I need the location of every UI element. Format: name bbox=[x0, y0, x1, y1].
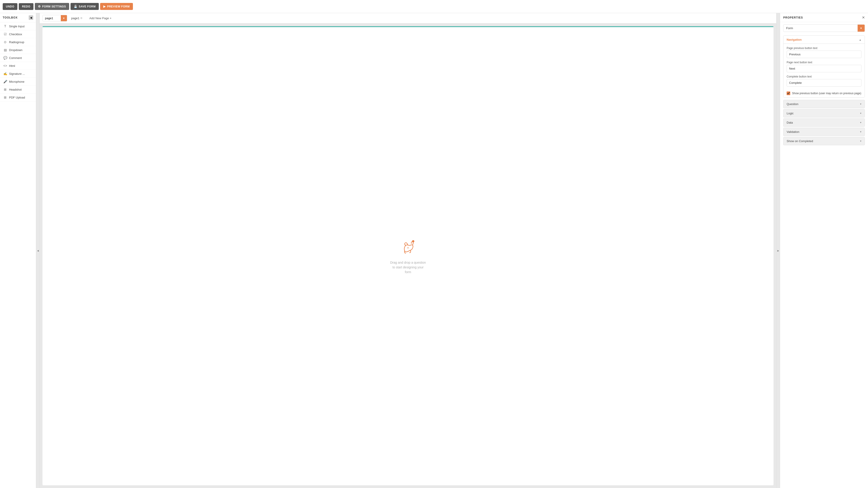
page-previous-label: Page previous button text bbox=[786, 46, 862, 50]
microphone-label: Microphone bbox=[9, 80, 24, 84]
section-question: Question▾ bbox=[783, 100, 865, 108]
section-data-arrow: ▾ bbox=[860, 121, 862, 124]
html-label: Html bbox=[9, 64, 15, 68]
complete-button-input[interactable] bbox=[786, 79, 862, 87]
canvas-empty-text: Drag and drop a questionto start designi… bbox=[390, 260, 426, 274]
navigation-section-body: Page previous button text Page next butt… bbox=[783, 44, 865, 89]
navigation-section-header[interactable]: Navigation ▲ bbox=[783, 36, 865, 44]
checkbox-label: Checkbox bbox=[9, 33, 22, 36]
toolbox-item-dropdown[interactable]: ▤Dropdown bbox=[0, 46, 36, 54]
collapsed-sections: Question▾Logic▾Data▾Validation▾Show on C… bbox=[780, 99, 868, 146]
headshot-label: Headshot bbox=[9, 88, 22, 91]
preview-form-button[interactable]: ▶ PREVIEW FORM bbox=[100, 3, 133, 10]
signature-icon: ✍ bbox=[3, 72, 7, 75]
redo-button[interactable]: REDO bbox=[19, 3, 33, 10]
comment-icon: 💬 bbox=[3, 56, 7, 60]
form-type-dropdown-button[interactable]: ▾ bbox=[858, 25, 865, 32]
form-canvas[interactable]: Drag and drop a questionto start designi… bbox=[42, 26, 774, 485]
page-tab-input[interactable] bbox=[43, 15, 61, 21]
page-tab-label[interactable]: page1 ⚙ bbox=[69, 15, 85, 21]
toolbox-item-html[interactable]: <>Html bbox=[0, 62, 36, 70]
section-show-on-completed-header[interactable]: Show on Completed▾ bbox=[783, 137, 865, 145]
single-input-icon: T bbox=[3, 24, 7, 28]
section-validation-title: Validation bbox=[786, 130, 799, 133]
toolbox-item-headshot[interactable]: ⊞Headshot bbox=[0, 86, 36, 94]
toolbox-item-single-input[interactable]: TSingle Input bbox=[0, 22, 36, 30]
empty-state-illustration bbox=[398, 237, 418, 258]
properties-title: PROPERTIES bbox=[783, 16, 803, 19]
single-input-label: Single Input bbox=[9, 25, 25, 28]
properties-header: PROPERTIES ✕ bbox=[780, 13, 868, 22]
toolbox-item-radiogroup[interactable]: ⊙Radiogroup bbox=[0, 38, 36, 46]
toolbox-item-pdf-upload[interactable]: ⊞PDF Upload bbox=[0, 94, 36, 101]
canvas-area: ▾ page1 ⚙ Add New Page + bbox=[40, 13, 776, 488]
section-validation-arrow: ▾ bbox=[860, 130, 862, 133]
page-previous-field: Page previous button text bbox=[786, 46, 862, 58]
toolbox-item-signature[interactable]: ✍Signature ... bbox=[0, 70, 36, 78]
page-next-input[interactable] bbox=[786, 65, 862, 72]
dropdown-icon: ▤ bbox=[3, 48, 7, 52]
toolbox-collapse-button[interactable]: ◀ bbox=[29, 15, 33, 20]
show-previous-checkbox-label: Show previous button (user may return on… bbox=[792, 92, 862, 95]
section-question-arrow: ▾ bbox=[860, 103, 862, 105]
canvas-top-bar bbox=[42, 26, 774, 27]
section-validation-header[interactable]: Validation▾ bbox=[783, 128, 865, 136]
add-page-button[interactable]: Add New Page + bbox=[87, 15, 114, 21]
navigation-section-arrow: ▲ bbox=[859, 38, 862, 41]
left-collapse-handle[interactable]: ◀ bbox=[36, 13, 40, 488]
right-collapse-handle[interactable]: ▶ bbox=[776, 13, 780, 488]
comment-label: Comment bbox=[9, 56, 22, 60]
toolbar: UNDO REDO ⚙ FORM SETTINGS 💾 SAVE FORM ▶ … bbox=[0, 0, 868, 13]
toolbox-title: TOOLBOX bbox=[3, 16, 18, 19]
page-tab-select: ▾ bbox=[42, 15, 67, 22]
radiogroup-icon: ⊙ bbox=[3, 40, 7, 44]
show-previous-checkbox[interactable] bbox=[786, 92, 790, 95]
section-data: Data▾ bbox=[783, 119, 865, 127]
section-show-on-completed: Show on Completed▾ bbox=[783, 137, 865, 145]
page-tab-dropdown-button[interactable]: ▾ bbox=[61, 15, 67, 21]
section-logic-title: Logic bbox=[786, 111, 794, 115]
form-settings-button[interactable]: ⚙ FORM SETTINGS bbox=[35, 3, 69, 10]
headshot-icon: ⊞ bbox=[3, 88, 7, 91]
toolbox-item-microphone[interactable]: 🎤Microphone bbox=[0, 78, 36, 86]
page-next-field: Page next button text bbox=[786, 61, 862, 72]
properties-panel: PROPERTIES ✕ Form ▾ Navigation ▲ Page pr… bbox=[780, 13, 868, 488]
save-form-button[interactable]: 💾 SAVE FORM bbox=[70, 3, 99, 10]
section-validation: Validation▾ bbox=[783, 128, 865, 136]
section-question-header[interactable]: Question▾ bbox=[783, 100, 865, 108]
show-previous-row: Show previous button (user may return on… bbox=[783, 89, 865, 97]
pdf-upload-label: PDF Upload bbox=[9, 96, 25, 99]
toolbox-header: TOOLBOX ◀ bbox=[0, 13, 36, 22]
section-show-on-completed-title: Show on Completed bbox=[786, 139, 813, 143]
main-layout: TOOLBOX ◀ TSingle Input☑Checkbox⊙Radiogr… bbox=[0, 13, 868, 488]
section-show-on-completed-arrow: ▾ bbox=[860, 140, 862, 142]
signature-label: Signature ... bbox=[9, 72, 25, 75]
collapse-right-icon: ▶ bbox=[777, 250, 779, 252]
canvas-empty-state: Drag and drop a questionto start designi… bbox=[390, 237, 426, 274]
toolbox-item-comment[interactable]: 💬Comment bbox=[0, 54, 36, 62]
html-icon: <> bbox=[3, 64, 7, 68]
checkbox-icon: ☑ bbox=[3, 32, 7, 36]
radiogroup-label: Radiogroup bbox=[9, 40, 24, 44]
toolbox-item-checkbox[interactable]: ☑Checkbox bbox=[0, 30, 36, 38]
page-tab-settings-icon: ⚙ bbox=[80, 17, 83, 20]
form-type-label: Form bbox=[783, 25, 858, 32]
complete-button-field: Complete button text bbox=[786, 75, 862, 87]
form-type-select: Form ▾ bbox=[783, 24, 865, 32]
collapse-left-icon: ◀ bbox=[37, 250, 39, 252]
properties-close-button[interactable]: ✕ bbox=[862, 15, 865, 20]
page-previous-input[interactable] bbox=[786, 51, 862, 58]
toolbox: TOOLBOX ◀ TSingle Input☑Checkbox⊙Radiogr… bbox=[0, 13, 36, 488]
complete-button-label: Complete button text bbox=[786, 75, 862, 78]
save-icon: 💾 bbox=[74, 5, 78, 8]
dropdown-label: Dropdown bbox=[9, 48, 22, 52]
preview-icon: ▶ bbox=[103, 5, 106, 8]
microphone-icon: 🎤 bbox=[3, 80, 7, 84]
section-logic-header[interactable]: Logic▾ bbox=[783, 109, 865, 118]
navigation-section: Navigation ▲ Page previous button text P… bbox=[783, 35, 865, 98]
gear-icon: ⚙ bbox=[38, 5, 41, 8]
section-logic-arrow: ▾ bbox=[860, 112, 862, 115]
section-question-title: Question bbox=[786, 102, 798, 106]
undo-button[interactable]: UNDO bbox=[3, 3, 18, 10]
section-data-header[interactable]: Data▾ bbox=[783, 119, 865, 127]
